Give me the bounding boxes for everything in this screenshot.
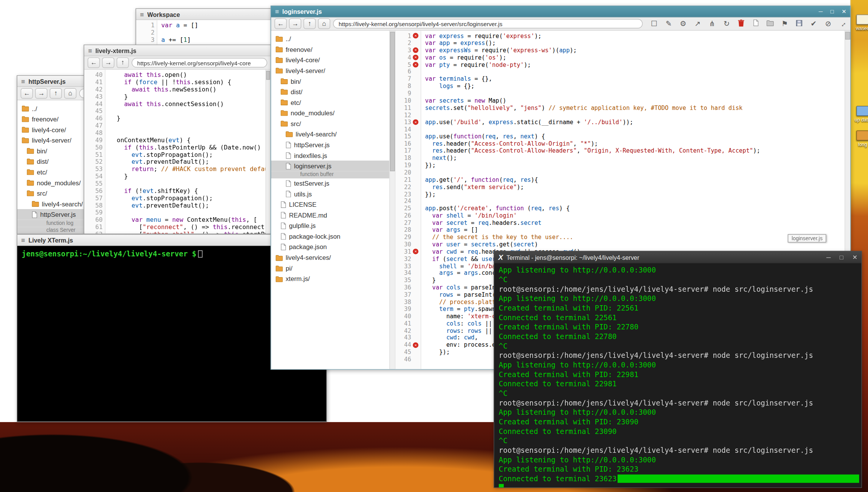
desktop-icon-up-data[interactable]: up data bbox=[851, 106, 868, 123]
code-line[interactable]: var express = require('express'); bbox=[425, 32, 845, 40]
code-line[interactable]: var os = require('os'); bbox=[425, 54, 845, 61]
up-button[interactable]: ↑ bbox=[50, 88, 62, 99]
code-line[interactable]: if (force || !this.session) { bbox=[109, 79, 265, 86]
menu-icon[interactable]: ≡ bbox=[21, 236, 25, 244]
scrollbar-thumb[interactable] bbox=[845, 32, 850, 40]
expand-icon[interactable]: ↔ bbox=[837, 18, 849, 30]
code-line[interactable] bbox=[109, 180, 265, 188]
code-line[interactable]: } bbox=[109, 115, 265, 122]
up-button[interactable]: ↑ bbox=[303, 18, 316, 29]
share-icon[interactable]: ⋔ bbox=[708, 20, 716, 28]
code-line[interactable]: var args = [] bbox=[425, 226, 845, 234]
tree-item-bin[interactable]: bin/ bbox=[271, 76, 390, 86]
code-line[interactable]: } bbox=[109, 173, 265, 180]
tree-item-lively4-search[interactable]: lively4-search/ bbox=[17, 198, 95, 209]
terminal-titlebar[interactable]: X Terminal - jens@sensorpi: ~/lively4/li… bbox=[494, 251, 861, 264]
tree-subitem[interactable]: class Server bbox=[17, 227, 95, 234]
minimize-button[interactable]: ─ bbox=[819, 8, 823, 15]
tree-item-indexfiles-js[interactable]: indexfiles.js bbox=[271, 150, 390, 161]
save-icon[interactable] bbox=[795, 20, 803, 28]
error-marker-icon[interactable]: ✕ bbox=[413, 62, 418, 68]
code-line[interactable]: // the secret is the key to the user.... bbox=[425, 234, 845, 241]
error-marker-icon[interactable]: ✕ bbox=[413, 55, 418, 60]
tree-item-dist[interactable]: dist/ bbox=[17, 156, 95, 167]
tree-item-node-modules[interactable]: node_modules/ bbox=[17, 177, 95, 188]
home-button[interactable]: ⌂ bbox=[64, 88, 77, 99]
code-line[interactable]: var shell = '/bin/login' bbox=[425, 212, 845, 219]
maximize-button[interactable]: □ bbox=[830, 8, 834, 15]
gears-icon[interactable]: ⚙ bbox=[679, 20, 687, 28]
code-line[interactable]: }); bbox=[425, 191, 845, 198]
tree-item-src[interactable]: src/ bbox=[17, 188, 95, 199]
code-line[interactable]: evt.preventDefault(); bbox=[109, 202, 265, 209]
editor-scrollbar[interactable] bbox=[265, 70, 270, 233]
code-line[interactable] bbox=[425, 169, 845, 176]
code-line[interactable] bbox=[425, 111, 845, 119]
tree-item-httpserver-js[interactable]: httpServer.js bbox=[271, 140, 390, 150]
code-line[interactable]: return; // #HACK custom prevent default … bbox=[109, 166, 265, 173]
trash-icon[interactable] bbox=[737, 19, 745, 28]
tree-item-lively4-server[interactable]: lively4-server/ bbox=[271, 65, 390, 76]
forward-button[interactable]: → bbox=[102, 57, 114, 68]
code-line[interactable]: var app = express(); bbox=[425, 40, 845, 47]
open-external-icon[interactable]: ↗ bbox=[693, 20, 702, 28]
tree-item-lively4-services[interactable]: lively4-services/ bbox=[271, 252, 390, 263]
desktop-icon-wasec[interactable]: wasec bbox=[851, 15, 868, 32]
forward-button[interactable]: → bbox=[35, 88, 47, 99]
tree-item-bin[interactable]: bin/ bbox=[17, 146, 95, 156]
tree-item-gulpfile-js[interactable]: gulpfile.js bbox=[271, 221, 390, 231]
code-line[interactable] bbox=[109, 108, 265, 115]
code-line[interactable]: } bbox=[109, 93, 265, 100]
error-marker-icon[interactable]: ✕ bbox=[413, 120, 418, 125]
back-button[interactable]: ← bbox=[21, 88, 33, 99]
code-line[interactable] bbox=[425, 90, 845, 97]
code-line[interactable] bbox=[109, 122, 265, 130]
tree-subitem[interactable]: function log bbox=[17, 220, 95, 227]
code-editor[interactable]: 4041424344454647484950515253545556575859… bbox=[84, 70, 265, 233]
up-button[interactable]: ↑ bbox=[117, 57, 129, 68]
tree-item-package-lock-json[interactable]: package-lock.json bbox=[271, 231, 390, 242]
code-line[interactable] bbox=[425, 126, 845, 133]
error-marker-icon[interactable]: ✕ bbox=[413, 33, 418, 39]
tree-subitem[interactable]: function buffer bbox=[271, 171, 390, 178]
code-line[interactable]: if (!evt.shiftKey) { bbox=[109, 187, 265, 194]
home-button[interactable]: ⌂ bbox=[318, 18, 330, 29]
url-input[interactable]: https://lively-kernel.org/sensorpi/livel… bbox=[132, 58, 267, 68]
tree-item-lively4-core[interactable]: lively4-core/ bbox=[17, 124, 95, 135]
code-line[interactable]: app.use(function(req, res, next) { bbox=[425, 133, 845, 140]
tree-item-readme-md[interactable]: README.md bbox=[271, 210, 390, 221]
accept-icon[interactable]: ✔ bbox=[810, 20, 818, 28]
tree-item-testserver-js[interactable]: testServer.js bbox=[271, 178, 390, 189]
code-line[interactable]: ["reconnect", () => this.reconnect()], bbox=[109, 224, 265, 231]
code-line[interactable]: var terminals = {}, bbox=[425, 75, 845, 83]
code-line[interactable]: await this.open() bbox=[109, 71, 265, 79]
code-line[interactable]: var pty = require('node-pty'); bbox=[425, 61, 845, 68]
code-line[interactable]: var secret = req.headers.secret bbox=[425, 219, 845, 226]
flag-icon[interactable]: ⚑ bbox=[780, 20, 789, 28]
code-line[interactable]: evt.preventDefault(); bbox=[109, 158, 265, 166]
code-line[interactable]: secrets.set("hellolively", "jens") // sy… bbox=[425, 104, 845, 111]
back-button[interactable]: ← bbox=[88, 57, 100, 68]
terminal-output[interactable]: App listening to http://0.0.0.0:3000^Cro… bbox=[494, 264, 861, 487]
tree-item-src[interactable]: src/ bbox=[271, 118, 390, 129]
tree-item-etc[interactable]: etc/ bbox=[17, 167, 95, 178]
code-line[interactable]: }); bbox=[425, 162, 845, 169]
menu-icon[interactable]: ≡ bbox=[21, 77, 25, 85]
tree-item-[interactable]: ../ bbox=[17, 103, 95, 114]
tree-item-loginserver-js[interactable]: loginserver.js bbox=[271, 161, 390, 171]
tree-item-[interactable]: ../ bbox=[271, 33, 390, 44]
brush-icon[interactable]: ✎ bbox=[665, 20, 673, 28]
error-marker-icon[interactable]: ✕ bbox=[413, 249, 418, 254]
code-line[interactable]: var expressWs = require('express-ws')(ap… bbox=[425, 47, 845, 54]
code-line[interactable]: var secrets = new Map() bbox=[425, 97, 845, 104]
code-line[interactable]: await this.connectSession() bbox=[109, 100, 265, 108]
loginserver-titlebar[interactable]: ≡ loginserver.js ─ □ ✕ bbox=[271, 6, 850, 17]
scrollbar-thumb[interactable] bbox=[266, 71, 270, 80]
error-marker-icon[interactable]: ✕ bbox=[413, 342, 418, 348]
code-line[interactable]: logs = {}; bbox=[425, 83, 845, 90]
code-line[interactable]: evt.stopPropagation(); bbox=[109, 194, 265, 202]
code-line[interactable]: await this.newSession() bbox=[109, 86, 265, 93]
menu-icon[interactable]: ≡ bbox=[275, 8, 279, 15]
url-input[interactable]: https://lively-kernel.org/sensorpi/livel… bbox=[333, 19, 643, 28]
tree-item-lively4-search[interactable]: lively4-search/ bbox=[271, 129, 390, 140]
